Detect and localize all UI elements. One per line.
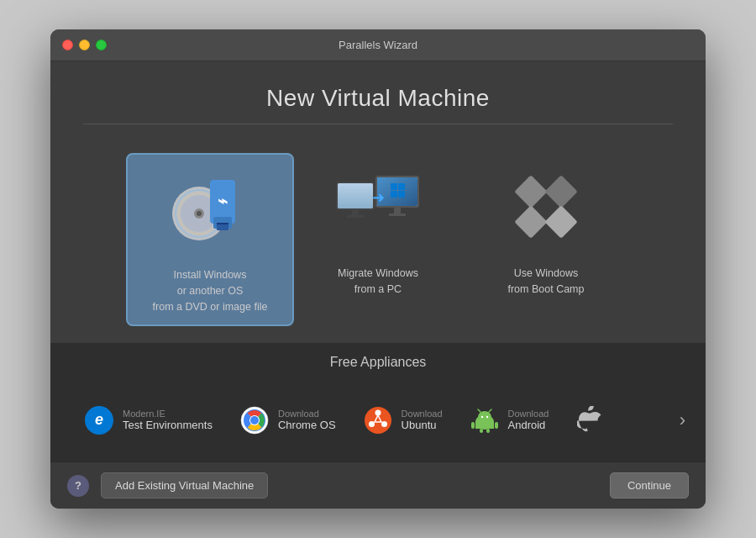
svg-point-34 (250, 416, 259, 425)
android-label-bottom: Android (508, 419, 549, 431)
svg-point-41 (478, 411, 491, 423)
add-existing-vm-button[interactable]: Add Existing Virtual Machine (101, 472, 268, 498)
svg-rect-15 (398, 183, 405, 190)
main-window: Parallels Wizard New Virtual Machine (50, 29, 706, 509)
svg-line-44 (478, 409, 480, 412)
close-button[interactable] (62, 40, 73, 50)
bootcamp-label: Use Windowsfrom Boot Camp (507, 266, 584, 298)
svg-rect-19 (389, 214, 406, 216)
install-windows-icon: ⌁ (164, 165, 256, 257)
svg-text:⌁: ⌁ (218, 192, 228, 210)
svg-rect-28 (514, 205, 548, 239)
svg-rect-47 (495, 422, 498, 429)
maximize-button[interactable] (96, 40, 107, 50)
modern-ie-label-top: Modern.IE (123, 409, 213, 419)
free-appliances-header: Free Appliances (50, 343, 706, 378)
appliance-chrome-os[interactable]: Download Chrome OS (226, 400, 349, 440)
android-label-top: Download (508, 409, 549, 419)
page-title: New Virtual Machine (50, 85, 706, 112)
svg-text:➜: ➜ (372, 189, 385, 206)
svg-rect-10 (217, 223, 228, 224)
ie-logo: e (85, 406, 113, 435)
migrate-windows-option[interactable]: ➜ Migrate Windowsfrom a PC (294, 153, 462, 326)
ubuntu-label-top: Download (402, 409, 443, 419)
window-title: Parallels Wizard (339, 39, 417, 51)
chrome-icon (239, 405, 270, 435)
heading-divider (83, 124, 673, 124)
install-windows-option[interactable]: ⌁ Install Windowsor another OSfrom a DVD… (126, 153, 294, 326)
svg-rect-40 (475, 422, 494, 429)
ubuntu-text: Download Ubuntu (402, 409, 443, 431)
svg-rect-18 (394, 208, 401, 214)
android-text: Download Android (508, 409, 549, 431)
svg-rect-27 (544, 175, 578, 208)
android-icon (470, 405, 500, 435)
svg-rect-22 (338, 183, 373, 208)
appliance-apple[interactable] (562, 401, 617, 440)
svg-point-3 (197, 211, 202, 216)
content-area: New Virtual Machine (50, 61, 706, 462)
appliances-chevron[interactable]: › (671, 409, 685, 431)
svg-point-37 (381, 421, 387, 427)
bootcamp-icon (500, 163, 592, 256)
chrome-os-label-bottom: Chrome OS (278, 419, 336, 431)
chrome-os-text: Download Chrome OS (278, 409, 336, 431)
svg-rect-49 (486, 429, 490, 433)
modern-ie-text: Modern.IE Test Environments (123, 409, 213, 431)
svg-rect-14 (391, 183, 397, 190)
ubuntu-icon (363, 405, 393, 435)
svg-rect-48 (480, 429, 483, 433)
svg-rect-17 (398, 191, 405, 198)
svg-rect-23 (352, 210, 359, 216)
modern-ie-icon: e (84, 405, 114, 435)
bootcamp-option[interactable]: Use Windowsfrom Boot Camp (462, 153, 630, 326)
bottom-bar: ? Add Existing Virtual Machine Continue (50, 462, 706, 509)
svg-point-43 (486, 415, 487, 417)
svg-rect-29 (544, 205, 578, 239)
free-appliances-area: Free Appliances e Modern.IE Test Environ… (50, 343, 706, 462)
ubuntu-label-bottom: Ubuntu (402, 419, 443, 431)
modern-ie-label-bottom: Test Environments (123, 419, 213, 431)
svg-point-38 (369, 421, 375, 427)
heading-area: New Virtual Machine (50, 61, 706, 140)
install-windows-label: Install Windowsor another OSfrom a DVD o… (153, 267, 268, 314)
traffic-lights (62, 40, 107, 50)
svg-rect-26 (514, 175, 548, 208)
svg-rect-24 (347, 215, 364, 218)
svg-rect-8 (217, 224, 228, 230)
svg-line-45 (489, 409, 491, 412)
titlebar: Parallels Wizard (50, 29, 706, 61)
appliance-ubuntu[interactable]: Download Ubuntu (349, 400, 456, 440)
appliances-list: e Modern.IE Test Environments (50, 378, 706, 462)
vm-options-row: ⌁ Install Windowsor another OSfrom a DVD… (50, 140, 706, 343)
svg-rect-46 (471, 422, 475, 429)
appliance-android[interactable]: Download Android (456, 400, 563, 440)
migrate-windows-label: Migrate Windowsfrom a PC (338, 266, 418, 298)
chrome-os-label-top: Download (278, 409, 336, 419)
svg-point-42 (480, 415, 482, 417)
migrate-windows-icon: ➜ (332, 163, 424, 256)
help-button[interactable]: ? (67, 475, 89, 497)
appliance-modern-ie[interactable]: e Modern.IE Test Environments (71, 400, 226, 440)
apple-icon (575, 406, 604, 435)
minimize-button[interactable] (79, 40, 90, 50)
continue-button[interactable]: Continue (610, 472, 689, 498)
svg-rect-16 (391, 191, 397, 198)
